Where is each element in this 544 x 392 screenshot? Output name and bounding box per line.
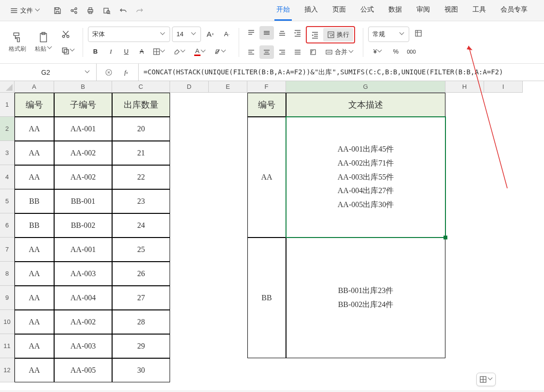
name-box[interactable]: G2 <box>0 64 97 81</box>
cell-A4[interactable]: AA <box>14 165 54 189</box>
cell-G1[interactable]: 文本描述 <box>286 93 445 117</box>
row-header-3[interactable]: 3 <box>0 141 14 165</box>
row-header-11[interactable]: 11 <box>0 334 14 358</box>
cell-A5[interactable]: BB <box>14 189 54 213</box>
row-header-10[interactable]: 10 <box>0 310 14 334</box>
cell-C12[interactable]: 30 <box>112 358 170 382</box>
tab-tools[interactable]: 工具 <box>471 0 488 21</box>
row-header-4[interactable]: 4 <box>0 165 14 189</box>
undo-button[interactable] <box>116 3 130 18</box>
cell-C10[interactable]: 28 <box>112 310 170 334</box>
cell-B7[interactable]: AA-001 <box>54 238 112 262</box>
cell-C6[interactable]: 24 <box>112 213 170 238</box>
tab-page[interactable]: 页面 <box>330 0 348 21</box>
column-header-D[interactable]: D <box>170 81 209 93</box>
column-header-B[interactable]: B <box>54 81 112 93</box>
column-header-G[interactable]: G <box>286 81 445 93</box>
align-justify-button[interactable] <box>290 45 305 59</box>
copy-button[interactable] <box>58 44 78 57</box>
row-header-8[interactable]: 8 <box>0 262 14 286</box>
tab-member[interactable]: 会员专享 <box>499 0 530 21</box>
cell-B3[interactable]: AA-002 <box>54 141 112 165</box>
cell-B2[interactable]: AA-001 <box>54 117 112 141</box>
increase-font-button[interactable]: A+ <box>203 28 217 41</box>
cell-C8[interactable]: 26 <box>112 262 170 286</box>
formula-input[interactable]: =CONCAT(HSTACK(UNIQUE(FILTER(B:B,A:A=F2)… <box>139 64 544 81</box>
cell-C4[interactable]: 22 <box>112 165 170 189</box>
align-top-button[interactable] <box>244 26 258 40</box>
column-header-I[interactable]: I <box>484 81 523 93</box>
align-right-button[interactable] <box>275 45 289 59</box>
row-header-9[interactable]: 9 <box>0 286 14 310</box>
row-header-2[interactable]: 2 <box>0 117 14 141</box>
quick-analysis-button[interactable] <box>476 373 496 386</box>
cell-A9[interactable]: AA <box>14 286 54 310</box>
underline-button[interactable]: U <box>119 45 133 58</box>
fill-handle[interactable] <box>444 236 447 239</box>
align-left-button[interactable] <box>244 45 258 59</box>
cell-A3[interactable]: AA <box>14 141 54 165</box>
share-button[interactable] <box>67 3 81 18</box>
tab-data[interactable]: 数据 <box>387 0 404 21</box>
column-header-C[interactable]: C <box>112 81 170 93</box>
italic-button[interactable]: I <box>103 45 118 58</box>
cell-B4[interactable]: AA-002 <box>54 165 112 189</box>
row-header-1[interactable]: 1 <box>0 93 14 117</box>
fill-color-button[interactable] <box>170 45 189 58</box>
font-name-select[interactable]: 宋体 <box>88 27 170 42</box>
cell-C11[interactable]: 29 <box>112 334 170 358</box>
cell-B5[interactable]: BB-001 <box>54 189 112 213</box>
cell-C9[interactable]: 27 <box>112 286 170 310</box>
cell-A10[interactable]: AA <box>14 310 54 334</box>
column-header-H[interactable]: H <box>445 81 484 93</box>
font-color-button[interactable]: A <box>190 45 210 58</box>
print-preview-button[interactable] <box>100 3 114 18</box>
cell-A2[interactable]: AA <box>14 117 54 141</box>
cell-A12[interactable]: AA <box>14 358 54 382</box>
tab-start[interactable]: 开始 <box>274 0 292 21</box>
cell-G7[interactable]: BB-001出库23件BB-002出库24件 <box>286 238 445 358</box>
cell-C2[interactable]: 20 <box>112 117 170 141</box>
cancel-formula-button[interactable] <box>101 66 116 79</box>
cell-B10[interactable]: AA-002 <box>54 310 112 334</box>
cell-B12[interactable]: AA-005 <box>54 358 112 382</box>
cut-button[interactable] <box>58 28 73 41</box>
cell-A7[interactable]: AA <box>14 238 54 262</box>
column-header-F[interactable]: F <box>247 81 286 93</box>
tab-view[interactable]: 视图 <box>443 0 460 21</box>
tab-formula[interactable]: 公式 <box>358 0 376 21</box>
border-button[interactable] <box>150 45 169 58</box>
cell-F1[interactable]: 编号 <box>247 93 286 117</box>
file-menu[interactable]: 文件 <box>5 4 46 17</box>
font-size-select[interactable]: 14 <box>172 27 201 42</box>
format-painter-group[interactable]: 格式刷 <box>6 29 29 55</box>
insert-function-button[interactable]: fx <box>119 66 133 79</box>
cell-B11[interactable]: AA-003 <box>54 334 112 358</box>
number-format-select[interactable]: 常规 <box>368 27 409 42</box>
cell-C5[interactable]: 23 <box>112 189 170 213</box>
tab-insert[interactable]: 插入 <box>302 0 320 21</box>
row-header-7[interactable]: 7 <box>0 238 14 262</box>
cell-B6[interactable]: BB-002 <box>54 213 112 238</box>
decrease-indent-button[interactable] <box>290 26 305 40</box>
tab-review[interactable]: 审阅 <box>415 0 432 21</box>
cell-style-button[interactable] <box>411 27 426 40</box>
cell-A8[interactable]: AA <box>14 262 54 286</box>
increase-indent-button[interactable] <box>308 28 322 42</box>
orientation-button[interactable] <box>306 45 320 59</box>
wrap-text-button[interactable]: 换行 <box>323 28 353 42</box>
cell-G2[interactable]: AA-001出库45件AA-002出库71件AA-003出库55件AA-004出… <box>286 117 445 238</box>
cell-B9[interactable]: AA-004 <box>54 286 112 310</box>
cell-C3[interactable]: 21 <box>112 141 170 165</box>
save-button[interactable] <box>50 3 65 18</box>
cell-F7[interactable]: BB <box>247 238 286 358</box>
select-all-corner[interactable] <box>0 81 14 93</box>
merge-cells-button[interactable]: 合并 <box>321 45 358 59</box>
cell-A11[interactable]: AA <box>14 334 54 358</box>
align-middle-button[interactable] <box>259 26 274 40</box>
decrease-font-button[interactable]: A- <box>219 28 234 41</box>
cell-B8[interactable]: AA-003 <box>54 262 112 286</box>
print-button[interactable] <box>83 3 98 18</box>
paste-group[interactable]: 粘贴 <box>32 29 56 55</box>
column-header-E[interactable]: E <box>209 81 247 93</box>
